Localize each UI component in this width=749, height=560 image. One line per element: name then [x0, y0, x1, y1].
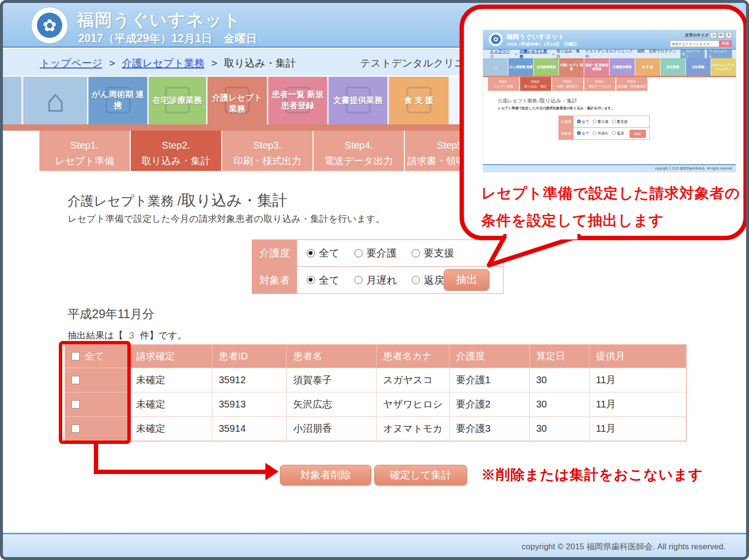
radio-icon[interactable]	[592, 119, 596, 123]
mini-search-button[interactable]: 検索	[719, 40, 732, 47]
radio-target-late[interactable]: 月遅れ	[354, 273, 398, 287]
cell: 未確定	[130, 368, 212, 392]
mini-nav-patient-list[interactable]: 患者一覧 新規患者登録	[584, 58, 609, 76]
mini-radio-care-needed[interactable]: 要介護	[592, 119, 609, 124]
target-label: 対象者	[252, 267, 297, 293]
mini-font-large-button[interactable]: 大	[726, 32, 732, 38]
nav-tile-home[interactable]: ⌂	[23, 77, 87, 124]
row-select-cell	[65, 392, 130, 417]
breadcrumb-link-top[interactable]: トップページ	[40, 57, 102, 68]
mini-radio-care-all[interactable]: 全て	[577, 119, 589, 124]
mini-nav-food-support[interactable]: 食 支 援	[635, 58, 660, 76]
breadcrumb-link-care-receipt[interactable]: 介護レセプト業務	[122, 57, 205, 68]
plum-blossom-icon	[37, 13, 62, 38]
confirm-aggregate-button[interactable]: 確定して集計	[374, 465, 467, 485]
mini-page-title: 介護レセプト業務 /取り込み・集計	[498, 96, 736, 104]
radio-support-needed[interactable]: 要支援	[412, 246, 454, 260]
mini-tab-step5[interactable]: Step5.請求書・領収書発行	[616, 77, 647, 91]
mini-font-size-control: 文字のサイズ 小 中 大	[685, 32, 732, 38]
current-date: 2017（平成29年）12月1日 金曜日	[78, 31, 257, 46]
row-checkbox[interactable]	[71, 400, 80, 408]
mini-radio-target-returned[interactable]: 返戻	[612, 131, 624, 136]
radio-target-returned[interactable]: 返戻	[412, 273, 444, 287]
mini-radio-target-all[interactable]: 全て	[577, 131, 589, 136]
radio-icon[interactable]	[577, 119, 581, 123]
fukuoka-dental-logo-icon	[31, 7, 68, 44]
cell: 矢沢広志	[287, 392, 377, 417]
radio-icon[interactable]	[307, 249, 315, 257]
callout-text-line2: 条件を設定して抽出します	[481, 211, 664, 231]
radio-icon[interactable]	[412, 249, 420, 257]
lock-icon	[682, 53, 685, 55]
mini-nav-home-care[interactable]: 在宅診療業務	[534, 58, 558, 76]
breadcrumb-current: 取り込み・集計	[224, 57, 296, 68]
mini-nav-cancer[interactable]: がん周術期 連携	[508, 58, 533, 76]
extract-button[interactable]: 抽出	[444, 269, 489, 290]
radio-icon[interactable]	[592, 131, 596, 135]
radio-icon[interactable]	[612, 131, 616, 135]
tab-step1-receipt-prep[interactable]: Step1. レセプト準備	[39, 131, 130, 171]
delete-targets-button[interactable]: 対象者削除	[280, 465, 371, 485]
mini-nav-analysis[interactable]: 分析業務	[686, 58, 711, 76]
column-header: 請求確定	[130, 345, 212, 368]
mini-breadcrumb-section[interactable]: 介護レセプト業務	[520, 49, 551, 59]
cell: 35913	[212, 392, 287, 417]
radio-target-all[interactable]: 全て	[307, 273, 340, 287]
mini-font-small-button[interactable]: 小	[710, 32, 716, 38]
nav-tile-food-support[interactable]: 食 支 援	[389, 77, 449, 124]
nav-tile-patient-list[interactable]: 患者一覧 新規患者登録	[268, 77, 327, 124]
mini-site-title: 福岡うぐいすネット	[506, 33, 564, 41]
column-header: 患者名カナ	[377, 345, 450, 368]
mini-nav-care-receipt[interactable]: 介護レセプト 業務	[559, 58, 584, 76]
annotation-arrow-line-horizontal	[94, 470, 266, 474]
radio-care-needed[interactable]: 要介護	[354, 246, 397, 260]
mini-breadcrumb-current: 取り込み・集計	[557, 49, 583, 59]
radio-care-all[interactable]: 全て	[307, 246, 340, 260]
nav-tile-documents[interactable]: 文書提供業務	[329, 77, 387, 124]
tab-step3-print-output[interactable]: Step3. 印刷・様式出力	[222, 131, 313, 171]
row-checkbox[interactable]	[71, 424, 80, 433]
cell: 30	[530, 368, 590, 392]
mini-nav-documents[interactable]: 文書提供業務	[610, 58, 634, 76]
radio-icon[interactable]	[612, 119, 616, 123]
cell: 未確定	[130, 417, 212, 441]
select-all-checkbox[interactable]	[71, 352, 80, 360]
mini-tab-step2[interactable]: Step2.取り込み・集計	[520, 77, 551, 91]
cell: オヌマトモカ	[377, 417, 450, 441]
mini-search-input[interactable]	[670, 40, 719, 47]
radio-icon[interactable]	[354, 249, 363, 257]
mini-radio-target-late[interactable]: 月遅れ	[592, 131, 609, 136]
site-title: 福岡うぐいすネット	[77, 9, 242, 32]
nav-tile-home-care[interactable]: 在宅診療業務	[149, 77, 206, 124]
mini-nav-settings[interactable]: 設定業務	[661, 58, 685, 76]
mini-radio-support-needed[interactable]: 要支援	[612, 119, 628, 124]
radio-icon[interactable]	[354, 276, 363, 284]
cell: 小沼朋香	[287, 417, 377, 441]
cell: 11月	[590, 392, 686, 417]
mini-breadcrumb-top[interactable]: トップページ	[490, 49, 513, 59]
column-header: 介護度	[450, 345, 530, 368]
nav-tile-care-receipt[interactable]: 介護レセプト 業務	[208, 77, 267, 131]
radio-icon[interactable]	[412, 276, 420, 284]
tab-step2-import-aggregate[interactable]: Step2. 取り込み・集計	[131, 131, 221, 171]
mini-breadcrumb-bar: トップページ > 介護レセプト業務 > 取り込み・集計 テストデンタルクリニック…	[483, 50, 736, 58]
mini-tab-step1[interactable]: Step1.レセプト準備	[488, 77, 519, 91]
mini-nav-elearning[interactable]: eラーニング コミュニティ	[711, 58, 736, 76]
row-checkbox[interactable]	[71, 376, 80, 384]
mini-tab-step4[interactable]: Step4.電送データ出力	[584, 77, 615, 91]
mini-tab-step3[interactable]: Step3.印刷・様式出力	[552, 77, 583, 91]
copyright-text: copyright © 2015 福岡県歯科医師会. All rights re…	[522, 542, 726, 551]
radio-icon[interactable]	[307, 276, 315, 284]
cell: 30	[530, 417, 590, 441]
cell: ヤザワヒロシ	[377, 392, 450, 417]
mini-font-medium-button[interactable]: 中	[718, 32, 724, 38]
mini-extract-button[interactable]: 抽出	[629, 130, 646, 138]
radio-icon[interactable]	[577, 131, 581, 135]
cell: 要介護1	[450, 368, 530, 392]
mini-nav-home[interactable]: ⌂	[483, 58, 508, 76]
column-header: 患者名	[287, 345, 377, 368]
mini-footer: copyright © 2015 福岡県歯科医師会. All rights re…	[483, 164, 736, 172]
nav-tile-cancer-perioperative[interactable]: がん周術期 連携	[88, 77, 147, 124]
care-level-label: 介護度	[252, 240, 297, 266]
tab-step4-transmit-data[interactable]: Step4. 電送データ出力	[314, 131, 404, 171]
